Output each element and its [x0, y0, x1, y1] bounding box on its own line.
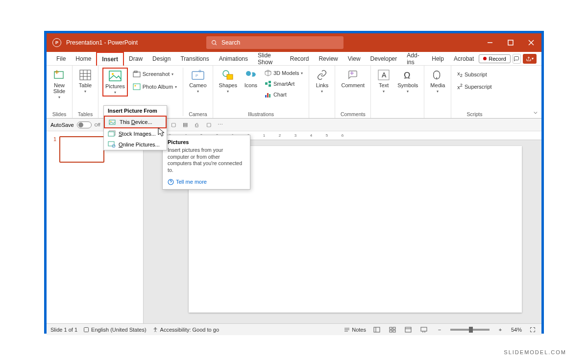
svg-point-19 [134, 85, 136, 87]
svg-rect-27 [269, 81, 271, 83]
group-illustrations: Shapes ▾ Icons 3D Models ▾ SmartArt Char… [213, 66, 310, 118]
app-window: P Presentation1 - PowerPoint Search File… [44, 31, 544, 334]
autosave-label: AutoSave [50, 122, 74, 128]
mouse-cursor-icon [158, 127, 166, 137]
tab-view[interactable]: View [343, 52, 366, 66]
slide-indicator[interactable]: Slide 1 of 1 [50, 327, 77, 333]
qat-icon[interactable]: ▢ [204, 121, 213, 129]
symbols-button[interactable]: Ω Symbols ▾ [395, 68, 420, 95]
chart-button[interactable]: Chart [263, 90, 305, 99]
tab-acrobat[interactable]: Acrobat [449, 52, 479, 66]
tooltip-title: Pictures [168, 139, 245, 145]
svg-rect-30 [267, 93, 269, 97]
photo-album-button[interactable]: Photo Album ▾ [131, 82, 179, 91]
table-button[interactable]: Table ▾ [76, 68, 94, 95]
tab-transitions[interactable]: Transitions [175, 52, 214, 66]
smartart-button[interactable]: SmartArt [263, 79, 305, 88]
cameo-button[interactable]: P Cameo ▾ [187, 68, 208, 95]
this-device-option[interactable]: This Device... [104, 116, 167, 128]
tab-home[interactable]: Home [71, 52, 96, 66]
svg-rect-44 [374, 327, 380, 332]
zoom-slider[interactable] [450, 329, 490, 331]
tab-review[interactable]: Review [314, 52, 343, 66]
fit-window-button[interactable] [528, 326, 538, 334]
comments-pane-button[interactable] [513, 54, 521, 64]
tooltip: Pictures Insert pictures from your compu… [162, 135, 250, 190]
zoom-out-button[interactable]: − [435, 326, 444, 334]
svg-rect-49 [393, 330, 395, 332]
group-links: Links ▾ [309, 66, 335, 118]
normal-view-button[interactable] [372, 326, 382, 334]
tooltip-description: Insert pictures from your computer or fr… [168, 147, 245, 174]
stock-icon [108, 130, 116, 137]
tab-slideshow[interactable]: Slide Show [253, 52, 285, 66]
search-placeholder: Search [221, 39, 240, 46]
svg-text:Ω: Ω [404, 71, 410, 80]
slideshow-view-button[interactable] [419, 326, 429, 334]
language-indicator[interactable]: English (United States) [83, 327, 147, 333]
collapse-ribbon-button[interactable]: ⌵ [534, 108, 538, 115]
accessibility-indicator[interactable]: Accessibility: Good to go [152, 327, 219, 333]
tab-insert[interactable]: Insert [96, 52, 124, 66]
superscript-button[interactable]: x2Superscript [455, 82, 493, 91]
svg-rect-6 [54, 72, 63, 78]
zoom-level[interactable]: 54% [511, 327, 522, 333]
group-comments: Comment Comments [335, 66, 371, 118]
svg-rect-55 [109, 120, 115, 124]
workspace: 1 6543210123456 [47, 131, 541, 323]
chevron-down-icon: ▾ [197, 89, 199, 94]
search-input[interactable]: Search [206, 36, 343, 49]
device-icon [109, 119, 117, 125]
text-button[interactable]: A Text ▾ [375, 68, 392, 95]
online-pictures-option[interactable]: Online Pictures... [104, 139, 167, 150]
svg-text:A: A [382, 71, 387, 79]
links-button[interactable]: Links ▾ [313, 68, 331, 95]
comment-button[interactable]: Comment [339, 68, 367, 89]
svg-rect-3 [508, 40, 513, 45]
tab-draw[interactable]: Draw [124, 52, 147, 66]
vertical-ruler [135, 140, 144, 323]
dropdown-header: Insert Picture From [104, 106, 167, 116]
pictures-button[interactable]: Pictures ▾ [102, 68, 128, 97]
share-button[interactable]: ▾ [523, 54, 537, 64]
shapes-button[interactable]: Shapes ▾ [217, 68, 239, 95]
maximize-button[interactable] [500, 33, 521, 52]
subscript-button[interactable]: x2Subscript [455, 70, 493, 79]
notes-button[interactable]: Notes [344, 327, 366, 333]
tab-file[interactable]: File [51, 52, 71, 66]
minimize-button[interactable] [480, 33, 500, 52]
tab-animations[interactable]: Animations [214, 52, 253, 66]
tab-addins[interactable]: Add-ins [402, 52, 427, 66]
svg-rect-50 [405, 327, 411, 332]
screenshot-button[interactable]: Screenshot ▾ [131, 70, 179, 78]
group-camera: P Cameo ▾ Camera [183, 66, 213, 118]
svg-line-1 [215, 44, 217, 45]
qat-overflow[interactable]: ⋯ [216, 121, 225, 129]
media-button[interactable]: Media ▾ [428, 68, 447, 95]
qat-icon[interactable]: ▤ [181, 121, 190, 129]
slide-number: 1 [53, 136, 56, 163]
tab-help[interactable]: Help [427, 52, 449, 66]
zoom-in-button[interactable]: + [495, 326, 505, 334]
tab-design[interactable]: Design [147, 52, 175, 66]
powerpoint-icon: P [52, 38, 61, 47]
qat-icon[interactable]: ⎙ [193, 121, 201, 129]
statusbar: Slide 1 of 1 English (United States) Acc… [47, 323, 541, 335]
stock-images-option[interactable]: Stock Images... [104, 128, 167, 139]
close-button[interactable] [521, 33, 541, 52]
3d-models-button[interactable]: 3D Models ▾ [263, 69, 305, 77]
slide-thumbnail[interactable] [59, 136, 104, 163]
new-slide-button[interactable]: New Slide ▾ [50, 68, 68, 100]
svg-rect-26 [265, 82, 268, 85]
autosave-toggle[interactable] [77, 121, 92, 128]
svg-rect-9 [80, 70, 91, 80]
sorter-view-button[interactable] [388, 326, 397, 334]
tab-developer[interactable]: Developer [366, 52, 402, 66]
qat-icon[interactable]: ▢ [169, 121, 178, 129]
reading-view-button[interactable] [403, 326, 413, 334]
tab-record[interactable]: Record [285, 52, 314, 66]
record-button[interactable]: Record [479, 54, 510, 63]
tell-me-more-link[interactable]: Tell me more [168, 179, 245, 185]
svg-rect-46 [390, 327, 392, 329]
icons-button[interactable]: Icons [242, 68, 260, 89]
